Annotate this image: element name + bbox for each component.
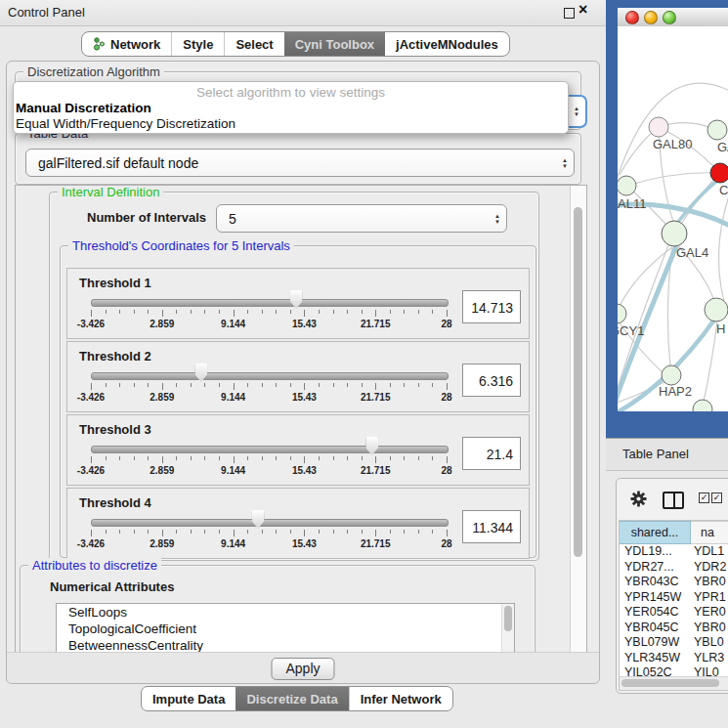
scrollbar-thumb[interactable] xyxy=(621,679,719,687)
tab-jactivemnodules[interactable]: jActiveMNodules xyxy=(385,32,509,56)
table-row[interactable]: YDL19...YDL1 xyxy=(620,544,728,560)
table-cell[interactable]: YDR27... xyxy=(620,560,690,576)
slider-tick-labels: -3.4262.8599.14415.4321.71528 xyxy=(91,538,447,550)
network-node-GAL4[interactable] xyxy=(662,221,687,246)
table-cell[interactable]: YLR345W xyxy=(620,651,690,666)
threshold-value-field[interactable]: 21.4 xyxy=(462,437,521,470)
table-cell[interactable]: YDL1 xyxy=(690,544,728,560)
node-table: shared... na YDL19...YDL1YDR27...YDR2YBR… xyxy=(619,520,728,691)
table-row[interactable]: YDR27...YDR2 xyxy=(620,560,728,576)
network-node-node-red-selected[interactable] xyxy=(710,163,728,183)
scrollbar-thumb[interactable] xyxy=(504,606,512,631)
slider-track[interactable] xyxy=(91,519,449,527)
network-node-GAL80[interactable] xyxy=(649,117,668,137)
vertical-scrollbar[interactable] xyxy=(570,186,586,653)
dropdown-option-equal-width[interactable]: Equal Width/Frequency Discretization xyxy=(16,116,236,131)
number-of-intervals-combobox[interactable]: 5 ▲▼ xyxy=(216,204,507,233)
scrollbar-thumb[interactable] xyxy=(574,207,582,557)
slider-track[interactable] xyxy=(91,446,449,453)
close-traffic-light[interactable] xyxy=(625,11,639,24)
tab-style[interactable]: Style xyxy=(171,32,224,56)
table-cell[interactable]: YLR3 xyxy=(690,651,728,666)
table-toolbar: ✓ ✓ xyxy=(617,479,728,518)
column-header-shared-name[interactable]: shared... xyxy=(620,521,691,544)
threshold-slider[interactable]: -3.4262.8599.14415.4321.71528 xyxy=(91,364,447,407)
gear-icon[interactable] xyxy=(630,491,647,507)
threshold-label: Threshold 1 xyxy=(79,276,151,290)
settings-scroll-area: Interval Definition Number of Intervals … xyxy=(15,185,587,654)
float-window-icon[interactable] xyxy=(564,8,575,19)
threshold-label: Threshold 2 xyxy=(79,349,151,364)
table-cell[interactable]: YDL19... xyxy=(620,544,690,560)
panel-title: Control Panel xyxy=(8,5,85,20)
table-row[interactable]: YBL079WYBL0 xyxy=(620,635,728,651)
interval-definition-group: Interval Definition Number of Intervals … xyxy=(49,192,539,561)
network-node-node-top-right[interactable] xyxy=(707,120,727,140)
tab-cyni-toolbox[interactable]: Cyni Toolbox xyxy=(284,32,385,56)
horizontal-scrollbar[interactable] xyxy=(620,676,728,690)
threshold-slider[interactable]: -3.4262.8599.14415.4321.71528 xyxy=(91,510,447,553)
table-cell[interactable]: YBR0 xyxy=(690,575,728,590)
table-cell[interactable]: YBR045C xyxy=(620,621,690,636)
checkbox-pair-icon[interactable]: ✓ ✓ xyxy=(699,492,722,503)
checkbox-icon: ✓ xyxy=(699,492,709,503)
network-node-GCY1[interactable] xyxy=(618,304,626,323)
number-of-intervals-label: Number of Intervals xyxy=(87,210,206,225)
table-cell[interactable]: YPR1 xyxy=(690,590,728,606)
table-cell[interactable]: YER054C xyxy=(620,605,690,621)
attribute-item[interactable]: TopologicalCoefficient xyxy=(57,621,514,637)
slider-tick-labels: -3.4262.8599.14415.4321.71528 xyxy=(91,319,447,330)
tab-discretize-data[interactable]: Discretize Data xyxy=(236,687,348,710)
cyni-mode-tabs: Impute Data Discretize Data Infer Networ… xyxy=(141,686,453,711)
column-selector-icon[interactable] xyxy=(663,492,684,509)
threshold-value-field[interactable]: 14.713 xyxy=(462,290,521,323)
table-row[interactable]: YLR345WYLR3 xyxy=(620,651,728,666)
table-panel-title: Table Panel xyxy=(622,447,689,461)
column-header-name[interactable]: na xyxy=(691,521,728,544)
table-cell[interactable]: YBR043C xyxy=(620,575,690,590)
network-node-node-H[interactable] xyxy=(705,298,728,321)
table-row[interactable]: YER054CYER0 xyxy=(620,605,728,621)
table-cell[interactable]: YPR145W xyxy=(620,590,690,606)
network-node-node-bottom-partial[interactable] xyxy=(693,400,712,411)
dropdown-prompt-option[interactable]: Select algorithm to view settings xyxy=(14,85,568,100)
network-node-HAP2[interactable] xyxy=(662,365,681,385)
dropdown-option-manual-discretization[interactable]: Manual Discretization xyxy=(16,101,151,115)
table-cell[interactable]: YBL079W xyxy=(620,635,690,651)
table-cell[interactable]: YER0 xyxy=(690,605,728,621)
tab-select[interactable]: Select xyxy=(224,32,283,56)
tab-impute-data[interactable]: Impute Data xyxy=(142,687,236,710)
group-title: Threshold's Coordinates for 5 Intervals xyxy=(68,238,294,253)
combo-stepper-icon: ▲▼ xyxy=(574,106,579,117)
table-cell[interactable]: YBL0 xyxy=(690,635,728,651)
list-scrollbar[interactable] xyxy=(501,604,514,654)
network-node-GAL11[interactable] xyxy=(618,176,636,195)
threshold-slider[interactable]: -3.4262.8599.14415.4321.71528 xyxy=(91,437,447,480)
apply-button[interactable]: Apply xyxy=(271,658,334,680)
slider-track[interactable] xyxy=(91,372,449,380)
tab-network[interactable]: Network xyxy=(82,32,171,56)
minimize-traffic-light[interactable] xyxy=(644,11,658,24)
zoom-traffic-light[interactable] xyxy=(663,11,676,24)
tab-infer-network[interactable]: Infer Network xyxy=(349,687,452,710)
close-icon[interactable]: × xyxy=(578,1,587,19)
table-data-combobox[interactable]: galFiltered.sif default node ▲▼ xyxy=(25,149,575,177)
threshold-value-field[interactable]: 11.344 xyxy=(462,510,521,543)
threshold-value-field[interactable]: 6.316 xyxy=(462,364,521,397)
table-cell[interactable]: YDR2 xyxy=(690,560,728,576)
table-row[interactable]: YPR145WYPR1 xyxy=(620,590,728,606)
network-window-titlebar[interactable] xyxy=(618,8,728,27)
table-header-row: shared... na xyxy=(620,521,728,544)
attribute-item[interactable]: SelfLoops xyxy=(57,604,514,621)
checkbox-icon: ✓ xyxy=(711,492,722,503)
slider-ticks xyxy=(91,383,447,391)
threshold-slider[interactable]: -3.4262.8599.14415.4321.71528 xyxy=(91,290,447,333)
numerical-attributes-list[interactable]: SelfLoopsTopologicalCoefficientBetweenne… xyxy=(56,603,515,654)
table-cell[interactable]: YBR0 xyxy=(690,621,728,636)
attributes-group: Attributes to discretize Numerical Attri… xyxy=(20,565,535,654)
slider-track[interactable] xyxy=(91,299,449,307)
network-canvas[interactable]: GAL80GACGAL11GAL4GCY1HHAP2 xyxy=(618,26,728,411)
table-row[interactable]: YBR043CYBR0 xyxy=(620,575,728,590)
thresholds-group: Threshold's Coordinates for 5 Intervals … xyxy=(60,245,536,558)
table-row[interactable]: YBR045CYBR0 xyxy=(620,621,728,636)
